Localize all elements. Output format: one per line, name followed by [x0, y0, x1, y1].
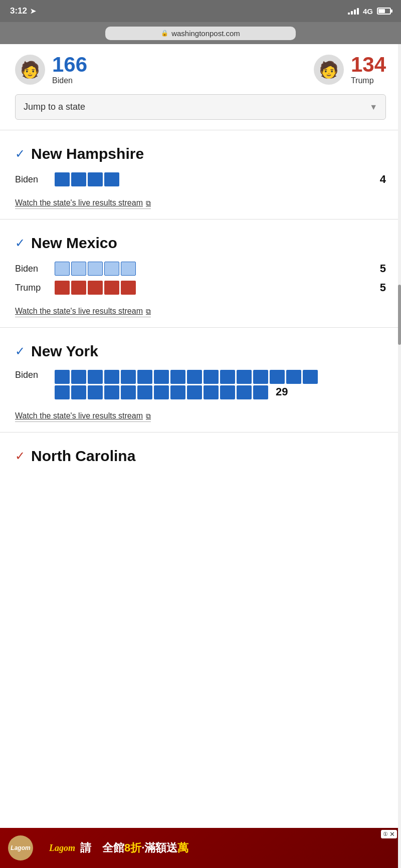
ad-inner: Lagom Lagom 請 全館8折·滿額送萬 — [0, 835, 401, 860]
vote-block — [121, 281, 136, 295]
new-york-section: ✓ New York Biden — [0, 328, 401, 432]
scrollbar[interactable] — [398, 44, 401, 868]
vote-block — [137, 385, 152, 399]
url-bar[interactable]: 🔒 washingtonpost.com — [0, 22, 401, 44]
vote-block — [220, 385, 235, 399]
ad-close-button[interactable]: ✕ — [389, 830, 395, 838]
state-dropdown[interactable]: Jump to a state ▼ — [15, 94, 386, 120]
url-bar-inner[interactable]: 🔒 washingtonpost.com — [105, 27, 296, 40]
vote-block — [88, 370, 103, 384]
vote-block — [55, 370, 70, 384]
vote-block — [71, 370, 86, 384]
ny-biden-blocks: 29 — [55, 370, 333, 399]
vote-block — [71, 385, 86, 399]
trump-avatar: 🧑 — [314, 55, 344, 85]
vote-block — [204, 370, 219, 384]
new-hampshire-checkmark: ✓ — [15, 147, 25, 161]
signal-bar-3 — [354, 10, 356, 15]
ad-info-icon: ① — [383, 831, 388, 837]
vote-block — [170, 385, 185, 399]
north-carolina-section: ✓ North Carolina — [0, 432, 401, 480]
ad-brand-icon: Lagom — [11, 844, 30, 851]
vote-block-last — [253, 385, 268, 399]
nh-biden-blocks — [55, 172, 370, 186]
vote-block — [237, 385, 252, 399]
nh-biden-count: 4 — [380, 173, 386, 186]
vote-block — [104, 262, 119, 276]
battery-fill — [378, 9, 385, 13]
vote-block — [88, 385, 103, 399]
north-carolina-header: ✓ North Carolina — [15, 448, 386, 465]
url-text: washingtonpost.com — [171, 29, 240, 38]
ad-brand-text: Lagom — [49, 843, 75, 853]
signal-bars — [348, 8, 359, 15]
vote-block — [55, 281, 70, 295]
nm-watch-link[interactable]: Watch the state's live results stream ⧉ — [15, 307, 151, 317]
ad-main-text: 請 全館8折·滿額送萬 — [80, 840, 188, 855]
new-york-checkmark: ✓ — [15, 344, 25, 358]
lock-icon: 🔒 — [161, 30, 168, 37]
new-hampshire-biden-row: Biden 4 — [15, 172, 386, 186]
new-hampshire-header: ✓ New Hampshire — [15, 145, 386, 162]
ny-watch-text: Watch the state's live results stream — [15, 411, 143, 420]
battery-icon — [377, 8, 391, 15]
biden-vote-count: 166 — [52, 54, 87, 75]
nm-trump-count: 5 — [380, 281, 386, 294]
time-display: 3:12 — [10, 6, 27, 16]
nh-watch-text: Watch the state's live results stream — [15, 198, 143, 207]
vote-block — [170, 370, 185, 384]
trump-info: 134 Trump — [351, 54, 386, 85]
new-york-header: ✓ New York — [15, 343, 386, 360]
vote-block — [88, 281, 103, 295]
external-link-icon: ⧉ — [146, 412, 151, 420]
new-mexico-checkmark: ✓ — [15, 236, 25, 250]
north-carolina-title: North Carolina — [31, 448, 135, 465]
nh-watch-link[interactable]: Watch the state's live results stream ⧉ — [15, 198, 151, 209]
vote-block — [55, 385, 70, 399]
vote-block — [121, 262, 136, 276]
vote-block — [104, 370, 119, 384]
vote-block — [55, 172, 70, 186]
status-bar: 3:12 ➤ 4G — [0, 0, 401, 22]
status-right: 4G — [348, 7, 391, 16]
vote-block — [154, 370, 169, 384]
vote-block — [71, 281, 86, 295]
ad-content: Lagom Lagom 請 全館8折·滿額送萬 ① ✕ — [0, 828, 401, 868]
new-mexico-section: ✓ New Mexico Biden 5 Trump 5 Watch the s… — [0, 220, 401, 328]
nm-biden-blocks — [55, 262, 370, 276]
new-york-biden-row: Biden — [15, 370, 386, 399]
signal-bar-1 — [348, 13, 350, 15]
nm-watch-text: Watch the state's live results stream — [15, 307, 143, 316]
biden-name: Biden — [52, 76, 87, 85]
dropdown-placeholder: Jump to a state — [24, 102, 85, 112]
nm-biden-label: Biden — [15, 264, 48, 274]
north-carolina-checkmark: ✓ — [15, 449, 25, 463]
vote-block — [237, 370, 252, 384]
vote-block — [88, 172, 103, 186]
nh-biden-label: Biden — [15, 174, 48, 185]
new-mexico-title: New Mexico — [31, 235, 117, 252]
vote-block — [104, 172, 119, 186]
chevron-down-icon: ▼ — [369, 103, 377, 112]
vote-block — [303, 370, 318, 384]
network-type: 4G — [363, 7, 373, 16]
new-mexico-trump-row: Trump 5 — [15, 281, 386, 295]
dropdown-section: Jump to a state ▼ — [0, 90, 401, 130]
new-york-title: New York — [31, 343, 98, 360]
biden-block: 🧑 166 Biden — [15, 54, 87, 85]
vote-block — [253, 370, 268, 384]
ad-logo-circle: Lagom — [8, 835, 33, 860]
vote-block — [187, 370, 202, 384]
vote-block — [220, 370, 235, 384]
signal-bar-2 — [351, 11, 353, 15]
vote-block — [270, 370, 285, 384]
ny-watch-link[interactable]: Watch the state's live results stream ⧉ — [15, 411, 151, 422]
vote-block — [286, 370, 301, 384]
scrollbar-thumb[interactable] — [398, 285, 401, 345]
vote-block — [121, 370, 136, 384]
vote-block — [104, 281, 119, 295]
vote-block — [154, 385, 169, 399]
vote-block — [137, 370, 152, 384]
vote-block — [71, 262, 86, 276]
vote-block — [187, 385, 202, 399]
